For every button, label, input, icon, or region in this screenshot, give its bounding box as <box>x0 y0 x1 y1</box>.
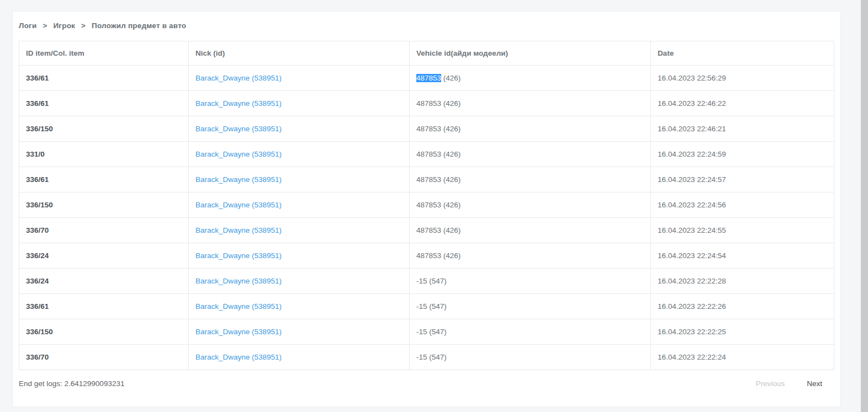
table-row: 336/61Barack_Dwayne (538951)-15 (547)16.… <box>19 294 834 319</box>
column-header-vehicle: Vehicle id(айди модеели) <box>409 41 650 66</box>
cell-nick: Barack_Dwayne (538951) <box>189 91 410 116</box>
cell-date: 16.04.2023 22:24:57 <box>650 167 834 192</box>
breadcrumb-separator-icon: > <box>43 22 47 30</box>
table-row: 336/70Barack_Dwayne (538951)-15 (547)16.… <box>19 345 834 370</box>
cell-nick: Barack_Dwayne (538951) <box>189 319 410 345</box>
cell-nick: Barack_Dwayne (538951) <box>189 294 410 319</box>
breadcrumb-item-logs[interactable]: Логи <box>19 22 36 30</box>
cell-item-id: 336/24 <box>19 243 189 269</box>
breadcrumb-separator-icon: > <box>81 22 86 30</box>
player-link[interactable]: Barack_Dwayne (538951) <box>195 125 282 133</box>
breadcrumb-item-player[interactable]: Игрок <box>53 22 75 30</box>
cell-nick: Barack_Dwayne (538951) <box>189 142 410 167</box>
player-link[interactable]: Barack_Dwayne (538951) <box>195 175 282 184</box>
cell-date: 16.04.2023 22:24:56 <box>650 192 834 218</box>
table-row: 336/61Barack_Dwayne (538951)487853 (426)… <box>19 167 834 192</box>
player-link[interactable]: Barack_Dwayne (538951) <box>195 201 282 209</box>
cell-nick: Barack_Dwayne (538951) <box>189 269 410 294</box>
cell-vehicle-id: 487853 (426) <box>409 167 650 192</box>
cell-nick: Barack_Dwayne (538951) <box>189 345 410 370</box>
player-link[interactable]: Barack_Dwayne (538951) <box>195 302 282 311</box>
table-row: 336/150Barack_Dwayne (538951)487853 (426… <box>19 116 834 142</box>
pagination-previous[interactable]: Previous <box>756 379 785 388</box>
cell-nick: Barack_Dwayne (538951) <box>189 116 410 142</box>
logs-card: Логи > Игрок > Положил предмет в авто ID… <box>12 11 841 407</box>
player-link[interactable]: Barack_Dwayne (538951) <box>195 74 282 82</box>
player-link[interactable]: Barack_Dwayne (538951) <box>195 277 282 285</box>
cell-vehicle-id: 487853 (426) <box>409 116 650 142</box>
cell-item-id: 336/150 <box>19 192 189 218</box>
cell-vehicle-id: 487853 (426) <box>409 192 650 218</box>
cell-date: 16.04.2023 22:22:24 <box>650 345 834 370</box>
cell-nick: Barack_Dwayne (538951) <box>189 66 410 91</box>
cell-vehicle-id: 487853 (426) <box>409 218 650 243</box>
cell-item-id: 336/70 <box>19 345 189 370</box>
player-link[interactable]: Barack_Dwayne (538951) <box>195 252 282 260</box>
column-header-date: Date <box>650 41 834 66</box>
cell-item-id: 336/150 <box>19 116 189 142</box>
player-link[interactable]: Barack_Dwayne (538951) <box>195 150 282 158</box>
table-body: 336/61Barack_Dwayne (538951)487853 (426)… <box>19 66 834 370</box>
cell-vehicle-id: -15 (547) <box>409 319 650 345</box>
pagination-next[interactable]: Next <box>807 379 822 388</box>
table-header-row: ID item/Col. item Nick (id) Vehicle id(а… <box>19 41 834 66</box>
cell-item-id: 336/61 <box>19 167 189 192</box>
table-row: 331/0Barack_Dwayne (538951)487853 (426)1… <box>19 142 834 167</box>
table-row: 336/24Barack_Dwayne (538951)-15 (547)16.… <box>19 269 834 294</box>
cell-date: 16.04.2023 22:22:28 <box>650 269 834 294</box>
table-row: 336/70Barack_Dwayne (538951)487853 (426)… <box>19 218 834 243</box>
cell-date: 16.04.2023 22:24:59 <box>650 142 834 167</box>
cell-date: 16.04.2023 22:22:26 <box>650 294 834 319</box>
cell-vehicle-id: -15 (547) <box>409 269 650 294</box>
cell-date: 16.04.2023 22:22:25 <box>650 319 834 345</box>
cell-item-id: 336/150 <box>19 319 189 345</box>
cell-nick: Barack_Dwayne (538951) <box>189 218 410 243</box>
player-link[interactable]: Barack_Dwayne (538951) <box>195 328 282 336</box>
page-background: Логи > Игрок > Положил предмет в авто ID… <box>0 0 868 412</box>
status-text: End get logs: 2.6412990093231 <box>19 379 124 388</box>
cell-date: 16.04.2023 22:46:22 <box>650 91 834 116</box>
cell-vehicle-id: -15 (547) <box>409 345 650 370</box>
breadcrumb: Логи > Игрок > Положил предмет в авто <box>19 22 834 30</box>
column-header-nick: Nick (id) <box>189 41 410 66</box>
cell-date: 16.04.2023 22:56:29 <box>650 66 834 91</box>
player-link[interactable]: Barack_Dwayne (538951) <box>195 99 282 108</box>
breadcrumb-item-current: Положил предмет в авто <box>92 22 186 30</box>
card-footer: End get logs: 2.6412990093231 Previous N… <box>19 379 834 388</box>
table-row: 336/61Barack_Dwayne (538951)487853 (426)… <box>19 91 834 116</box>
player-link[interactable]: Barack_Dwayne (538951) <box>195 353 282 361</box>
scrollbar[interactable] <box>861 0 868 412</box>
cell-nick: Barack_Dwayne (538951) <box>189 243 410 269</box>
cell-item-id: 331/0 <box>19 142 189 167</box>
cell-vehicle-id: 487853 (426) <box>409 66 650 91</box>
pagination: Previous Next <box>756 379 822 388</box>
selected-text: 487853 <box>416 74 441 82</box>
cell-vehicle-id: 487853 (426) <box>409 142 650 167</box>
table-row: 336/150Barack_Dwayne (538951)487853 (426… <box>19 192 834 218</box>
column-header-id-item: ID item/Col. item <box>19 41 189 66</box>
cell-date: 16.04.2023 22:24:55 <box>650 218 834 243</box>
cell-vehicle-id: 487853 (426) <box>409 243 650 269</box>
cell-item-id: 336/61 <box>19 91 189 116</box>
cell-item-id: 336/61 <box>19 294 189 319</box>
table-row: 336/150Barack_Dwayne (538951)-15 (547)16… <box>19 319 834 345</box>
cell-item-id: 336/61 <box>19 66 189 91</box>
logs-table: ID item/Col. item Nick (id) Vehicle id(а… <box>19 41 834 370</box>
cell-nick: Barack_Dwayne (538951) <box>189 167 410 192</box>
cell-date: 16.04.2023 22:46:21 <box>650 116 834 142</box>
cell-nick: Barack_Dwayne (538951) <box>189 192 410 218</box>
player-link[interactable]: Barack_Dwayne (538951) <box>195 226 282 234</box>
cell-date: 16.04.2023 22:24:54 <box>650 243 834 269</box>
cell-item-id: 336/70 <box>19 218 189 243</box>
cell-item-id: 336/24 <box>19 269 189 294</box>
cell-vehicle-id: 487853 (426) <box>409 91 650 116</box>
table-row: 336/61Barack_Dwayne (538951)487853 (426)… <box>19 66 834 91</box>
cell-vehicle-id: -15 (547) <box>409 294 650 319</box>
table-row: 336/24Barack_Dwayne (538951)487853 (426)… <box>19 243 834 269</box>
